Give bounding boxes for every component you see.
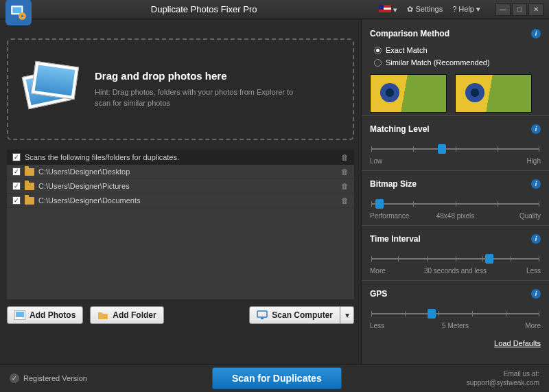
row-path: C:\Users\Designer\Pictures (38, 182, 130, 190)
radio-exact-match[interactable]: Exact Match (370, 44, 541, 56)
row-path: C:\Users\Designer\Desktop (38, 168, 130, 176)
monitor-icon (257, 310, 268, 320)
time-interval-title: Time Interval (370, 234, 421, 244)
info-icon[interactable]: i (531, 234, 541, 244)
right-pane: Comparison Methodi Exact Match Similar M… (361, 19, 549, 364)
svg-rect-1 (12, 7, 21, 13)
left-pane: Drag and drop photos here Hint: Drag pho… (0, 19, 361, 364)
folder-icon (25, 183, 34, 190)
row-delete-icon[interactable]: 🗑 (341, 168, 349, 176)
comparison-title: Comparison Method (370, 29, 449, 38)
bitmap-size-title: Bitmap Size (370, 179, 417, 189)
gps-title: GPS (370, 289, 387, 299)
info-icon[interactable]: i (531, 179, 541, 189)
comparison-thumb-left (370, 74, 447, 113)
row-checkbox[interactable]: ✓ (12, 168, 21, 176)
dropzone[interactable]: Drag and drop photos here Hint: Drag pho… (7, 38, 354, 140)
list-item[interactable]: ✓ C:\Users\Designer\Desktop 🗑 (7, 165, 354, 179)
row-delete-icon[interactable]: 🗑 (341, 196, 349, 205)
svg-rect-7 (261, 318, 264, 319)
select-all-checkbox[interactable]: ✓ (12, 153, 21, 161)
svg-rect-6 (257, 311, 267, 317)
close-button[interactable]: ✕ (528, 3, 544, 16)
bitmap-size-slider[interactable] (371, 197, 539, 211)
dropzone-heading: Drag and drop photos here (95, 70, 294, 82)
time-interval-slider[interactable] (371, 252, 539, 266)
info-icon[interactable]: i (531, 29, 541, 38)
scan-computer-dropdown[interactable]: ▾ (340, 306, 354, 324)
settings-link[interactable]: ✿ Settings (404, 3, 445, 15)
comparison-thumb-right (455, 74, 532, 113)
delete-all-icon[interactable]: 🗑 (341, 153, 349, 161)
check-circle-icon: ✓ (10, 373, 19, 383)
matching-level-title: Matching Level (370, 124, 430, 134)
folder-icon (25, 168, 34, 176)
footer: ✓Registered Version Scan for Duplicates … (0, 364, 549, 392)
app-logo (5, 0, 32, 25)
photos-icon (14, 310, 25, 320)
gps-slider[interactable] (371, 307, 539, 321)
matching-level-slider[interactable] (371, 142, 539, 156)
svg-rect-5 (16, 312, 24, 317)
add-photos-button[interactable]: Add Photos (7, 306, 83, 324)
info-icon[interactable]: i (531, 289, 541, 299)
maximize-button[interactable]: □ (512, 3, 527, 16)
row-checkbox[interactable]: ✓ (12, 182, 21, 190)
list-header: ✓ Scans the following files/folders for … (7, 150, 354, 165)
photo-gear-icon (10, 3, 27, 21)
row-path: C:\Users\Designer\Documents (38, 196, 141, 205)
list-item[interactable]: ✓ C:\Users\Designer\Pictures 🗑 (7, 179, 354, 194)
row-delete-icon[interactable]: 🗑 (341, 182, 349, 190)
row-checkbox[interactable]: ✓ (12, 196, 21, 205)
folder-icon (25, 197, 34, 205)
minimize-button[interactable]: — (495, 3, 511, 16)
folder-icon (97, 310, 108, 320)
email-label: Email us at: (467, 369, 539, 378)
svg-point-3 (21, 14, 23, 16)
add-folder-button[interactable]: Add Folder (90, 306, 163, 324)
email-address: support@systweak.com (467, 378, 539, 387)
language-flag[interactable]: ▾ (376, 3, 400, 16)
photos-stack-icon (21, 58, 82, 120)
list-header-label: Scans the following files/folders for du… (25, 153, 179, 161)
file-list: ✓ C:\Users\Designer\Desktop 🗑 ✓ C:\Users… (7, 165, 354, 299)
load-defaults-link[interactable]: Load Defaults (370, 339, 541, 347)
radio-similar-match[interactable]: Similar Match (Recommended) (370, 56, 541, 69)
scan-computer-button[interactable]: Scan Computer (249, 306, 340, 324)
registered-label: Registered Version (23, 374, 87, 382)
dropzone-hint: Hint: Drag photos, folders with your pho… (95, 87, 294, 108)
list-item[interactable]: ✓ C:\Users\Designer\Documents 🗑 (7, 194, 354, 208)
app-title: Duplicate Photos Fixer Pro (32, 4, 376, 14)
info-icon[interactable]: i (531, 124, 541, 134)
titlebar: Duplicate Photos Fixer Pro ▾ ✿ Settings … (0, 0, 549, 19)
scan-for-duplicates-button[interactable]: Scan for Duplicates (212, 367, 342, 389)
help-link[interactable]: ? Help ▾ (449, 3, 483, 15)
